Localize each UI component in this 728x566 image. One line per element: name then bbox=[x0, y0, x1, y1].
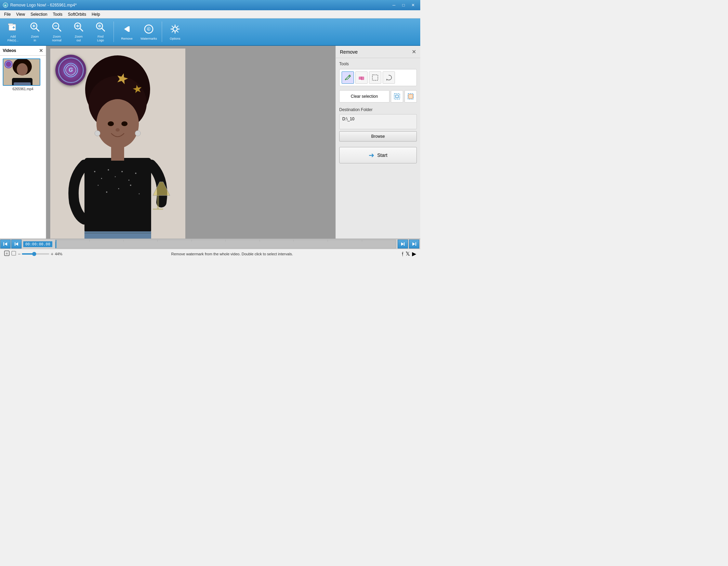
svg-line-10 bbox=[58, 28, 61, 31]
prev-frame-button[interactable] bbox=[11, 240, 22, 248]
selection-controls: Clear selection bbox=[339, 90, 417, 103]
video-frame: G bbox=[50, 49, 185, 239]
remove-button[interactable]: Remove bbox=[117, 20, 137, 43]
video-thumbnail[interactable] bbox=[3, 58, 40, 86]
menu-help[interactable]: Help bbox=[89, 11, 103, 17]
svg-point-62 bbox=[98, 185, 99, 186]
rectangle-select-icon bbox=[371, 74, 379, 81]
svg-point-59 bbox=[121, 171, 123, 172]
zoom-normal-icon bbox=[51, 22, 62, 34]
fit-selection-button[interactable] bbox=[391, 90, 403, 103]
zoom-plus-button[interactable]: + bbox=[51, 251, 53, 257]
options-button[interactable]: Options bbox=[165, 20, 185, 43]
add-files-label: AddFile(s)... bbox=[8, 35, 19, 42]
start-arrow-icon: ➜ bbox=[369, 151, 374, 159]
svg-rect-16 bbox=[76, 26, 80, 26]
menu-file[interactable]: File bbox=[1, 11, 13, 17]
svg-point-51 bbox=[108, 121, 114, 126]
svg-point-19 bbox=[98, 25, 101, 27]
sidebar-title: Videos bbox=[3, 48, 16, 53]
panel-header: Remove ✕ bbox=[336, 46, 420, 58]
close-button[interactable]: ✕ bbox=[409, 2, 418, 9]
svg-rect-88 bbox=[415, 242, 416, 246]
youtube-icon[interactable]: ▶ bbox=[412, 251, 416, 257]
twitter-icon[interactable]: 𝕏 bbox=[406, 251, 410, 257]
zoom-in-button[interactable]: Zoomin bbox=[25, 20, 45, 43]
facebook-icon[interactable]: 𝔣 bbox=[402, 251, 403, 257]
svg-point-24 bbox=[173, 27, 177, 31]
panel-body: Tools bbox=[336, 58, 420, 239]
svg-text:+: + bbox=[12, 25, 15, 30]
zoom-percentage: 44% bbox=[55, 252, 62, 256]
panel-close-button[interactable]: ✕ bbox=[412, 49, 416, 55]
watermarks-button[interactable]: © Watermarks bbox=[138, 20, 159, 43]
zoom-out-button[interactable]: Zoomout bbox=[68, 20, 89, 43]
menu-tools[interactable]: Tools bbox=[50, 11, 65, 17]
next-frame-button[interactable] bbox=[398, 240, 408, 248]
timeline-end-controls bbox=[397, 240, 420, 248]
start-button[interactable]: ➜ Start bbox=[339, 147, 417, 163]
app-icon: R bbox=[3, 2, 8, 8]
add-files-icon: + bbox=[8, 22, 18, 34]
rectangle-select-tool-button[interactable] bbox=[369, 71, 381, 84]
thumb-svg bbox=[3, 59, 40, 86]
restore-button[interactable]: □ bbox=[399, 2, 408, 9]
zoom-slider-thumb bbox=[32, 252, 36, 256]
sidebar: Videos ✕ bbox=[0, 46, 46, 239]
svg-marker-83 bbox=[4, 242, 7, 246]
pencil-tool-button[interactable] bbox=[342, 71, 354, 84]
goto-end-button[interactable] bbox=[409, 240, 419, 248]
zoom-normal-button[interactable]: Zoomnormal bbox=[47, 20, 67, 43]
svg-rect-81 bbox=[409, 94, 413, 98]
eraser-tool-button[interactable] bbox=[355, 71, 368, 84]
svg-point-52 bbox=[121, 121, 128, 126]
svg-point-56 bbox=[101, 178, 102, 179]
zoom-slider[interactable] bbox=[22, 253, 49, 255]
watermarks-label: Watermarks bbox=[141, 37, 157, 40]
svg-point-64 bbox=[118, 188, 119, 189]
svg-point-53 bbox=[116, 128, 120, 132]
next-frame-icon bbox=[400, 242, 405, 246]
panel-title: Remove bbox=[340, 49, 358, 55]
zoom-out-icon bbox=[73, 22, 84, 34]
pencil-icon bbox=[344, 74, 352, 81]
svg-rect-79 bbox=[396, 95, 398, 98]
goto-start-button[interactable] bbox=[0, 240, 11, 248]
destination-path-field[interactable]: D:\_10 bbox=[339, 114, 417, 129]
fit-selection-icon bbox=[393, 93, 401, 100]
expand-selection-button[interactable] bbox=[405, 90, 417, 103]
lasso-tool-button[interactable] bbox=[383, 71, 395, 84]
browse-button[interactable]: Browse bbox=[339, 131, 417, 142]
clear-selection-button[interactable]: Clear selection bbox=[339, 90, 389, 103]
svg-rect-54 bbox=[84, 158, 151, 233]
svg-rect-77 bbox=[372, 75, 378, 80]
timeline-track[interactable] bbox=[55, 240, 396, 248]
zoom-minus-button[interactable]: − bbox=[18, 251, 21, 257]
minimize-button[interactable]: ─ bbox=[389, 2, 398, 9]
goto-start-icon bbox=[3, 242, 8, 246]
svg-rect-67 bbox=[111, 147, 124, 161]
sidebar-close-button[interactable]: ✕ bbox=[39, 48, 43, 53]
svg-text:G: G bbox=[69, 67, 73, 73]
video-filename: 6265961.mp4 bbox=[3, 87, 43, 91]
svg-rect-78 bbox=[394, 94, 400, 99]
menu-view[interactable]: View bbox=[13, 11, 28, 17]
zoom-controls: ⊞ − + 44% bbox=[4, 251, 62, 257]
svg-text:R: R bbox=[4, 4, 6, 7]
prev-frame-icon bbox=[14, 242, 19, 246]
add-files-button[interactable]: + AddFile(s)... bbox=[3, 20, 23, 43]
tools-label: Tools bbox=[339, 62, 417, 66]
svg-point-36 bbox=[17, 63, 28, 76]
find-logo-button[interactable]: FindLogo bbox=[90, 20, 111, 43]
toolbar-separator-2 bbox=[162, 22, 162, 42]
find-logo-label: FindLogo bbox=[97, 35, 104, 42]
svg-line-30 bbox=[177, 31, 178, 32]
logo-svg: G bbox=[62, 62, 79, 79]
svg-rect-38 bbox=[14, 82, 31, 86]
svg-line-32 bbox=[172, 31, 173, 32]
zoom-select-button[interactable] bbox=[11, 251, 16, 257]
menu-selection[interactable]: Selection bbox=[28, 11, 50, 17]
menu-softorbits[interactable]: SoftOrbits bbox=[65, 11, 89, 17]
svg-rect-21 bbox=[128, 26, 130, 32]
zoom-fit-button[interactable]: ⊞ bbox=[4, 251, 10, 257]
